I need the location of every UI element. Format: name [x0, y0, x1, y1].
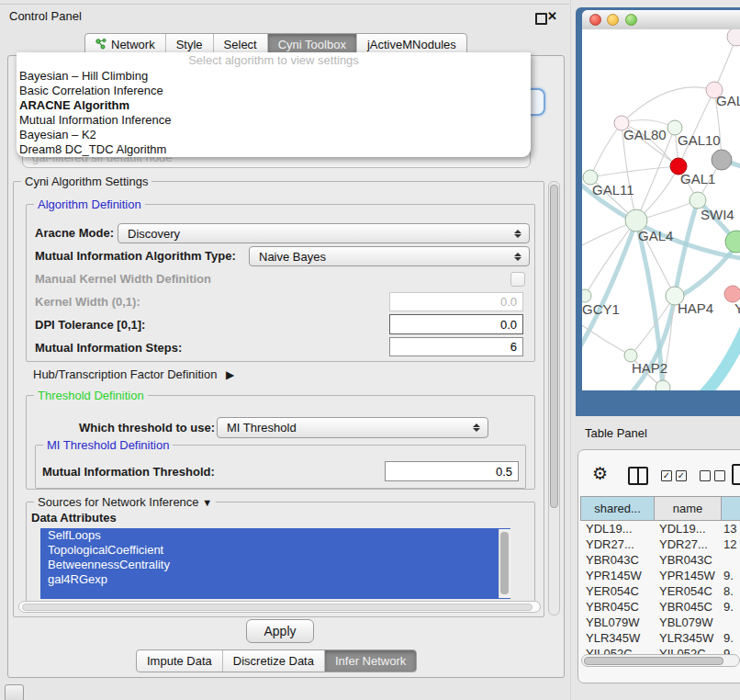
column-header-name[interactable]: name — [655, 497, 722, 520]
sources-group-title[interactable]: Sources for Network Inference ▼ — [34, 495, 216, 509]
zoom-button[interactable] — [625, 14, 637, 26]
table-cell: YDL19... — [654, 521, 721, 536]
table-cell: YDR27... — [654, 536, 721, 552]
aracne-mode-label: Aracne Mode: — [35, 226, 114, 240]
table-cell: YDR27... — [580, 536, 654, 552]
mi-threshold-field[interactable]: 0.5 — [385, 461, 519, 481]
hub-expander[interactable]: Hub/Transcription Factor Definition ▶ — [33, 367, 234, 381]
document-icon[interactable] — [732, 464, 740, 485]
algorithm-option-basic-correlation-inference[interactable]: Basic Correlation Inference — [17, 84, 531, 98]
table-header-row[interactable]: shared...nameA — [580, 496, 740, 521]
unchecked-checkbox-icon[interactable] — [700, 470, 711, 481]
data-attributes-list[interactable]: SelfLoopsTopologicalCoefficientBetweenne… — [40, 528, 510, 599]
table-row[interactable]: YER054CYER054C8. — [580, 583, 740, 599]
network-window-titlebar[interactable] — [582, 10, 740, 30]
table-cell: YBR045C — [654, 599, 721, 615]
algorithm-option-mutual-information-inference[interactable]: Mutual Information Inference — [17, 113, 531, 128]
table-cell: YBL079W — [654, 615, 721, 630]
table-row[interactable]: YBR045CYBR045C9. — [580, 599, 740, 615]
mi-type-combo[interactable]: Naive Bayes — [249, 246, 530, 266]
network-node-label: GCY1 — [582, 301, 620, 317]
table-horizontal-scrollbar-thumb[interactable] — [584, 657, 723, 665]
network-node-label: SWI4 — [701, 207, 734, 222]
table-row[interactable]: YPR145WYPR145W9. — [580, 568, 740, 583]
table-cell: YER054C — [580, 583, 654, 599]
attribute-item-betweennesscentrality[interactable]: BetweennessCentrality — [40, 558, 510, 572]
attribute-item-topologicalcoefficient[interactable]: TopologicalCoefficient — [40, 543, 510, 558]
apply-button[interactable]: Apply — [246, 619, 314, 643]
which-threshold-label: Which threshold to use: — [79, 421, 215, 435]
table-cell: 13 — [721, 521, 740, 536]
close-icon[interactable]: ✕ — [547, 9, 557, 23]
bottom-tabbar: Impute DataDiscretize DataInfer Network — [136, 649, 417, 672]
minimize-button[interactable] — [607, 14, 619, 26]
algorithm-option-dream8-dc-tdc-algorithm[interactable]: Dream8 DC_TDC Algorithm — [17, 142, 531, 157]
table-row[interactable]: YLR345WYLR345W9. — [580, 630, 740, 646]
table-cell: 8. — [721, 583, 740, 599]
gear-icon[interactable]: ⚙ — [592, 463, 608, 484]
table-cell: YPR145W — [580, 568, 654, 583]
checked-checkbox-icon[interactable]: ✓ — [676, 470, 687, 481]
mi-steps-field[interactable]: 6 — [389, 337, 523, 356]
hub-expander-label: Hub/Transcription Factor Definition — [33, 367, 217, 381]
algorithm-popup-hint: Select algorithm to view settings — [17, 52, 531, 69]
network-node[interactable] — [727, 29, 740, 46]
network-edge — [703, 329, 740, 390]
close-button[interactable] — [589, 14, 601, 26]
table-row[interactable]: YDL19...YDL19...13 — [580, 521, 740, 536]
network-node-label: GAL1 — [680, 171, 715, 186]
network-edge — [622, 87, 714, 123]
checked-checkbox-icon[interactable]: ✓ — [661, 470, 672, 481]
table-row[interactable]: YBL079WYBL079W — [580, 615, 740, 630]
network-window: GALGAL80GAL10GAL1GAL11SWI4GAL4GCY1HAP4YH… — [582, 10, 740, 390]
tab-infer-network[interactable]: Infer Network — [325, 650, 416, 672]
network-node-label: HAP4 — [678, 300, 713, 316]
algorithm-option-aracne-algorithm[interactable]: ARACNE Algorithm — [17, 98, 531, 113]
stepper-icon — [514, 230, 521, 238]
partial-button[interactable] — [5, 684, 24, 700]
mi-steps-label: Mutual Information Steps: — [35, 341, 182, 355]
unchecked-checkbox-icon[interactable] — [714, 470, 725, 481]
kernel-width-field[interactable]: 0.0 — [389, 292, 523, 311]
network-node-gcy1[interactable] — [582, 289, 591, 302]
manual-kernel-label: Manual Kernel Width Definition — [35, 272, 211, 286]
float-window-icon[interactable] — [535, 13, 547, 25]
algorithm-option-bayesian-hill-climbing[interactable]: Bayesian – Hill Climbing — [17, 69, 531, 84]
mi-type-label: Mutual Information Algorithm Type: — [35, 249, 236, 263]
column-header-shared[interactable]: shared... — [581, 497, 655, 520]
mi-type-value: Naive Bayes — [250, 250, 514, 264]
attribute-item[interactable] — [40, 587, 510, 599]
table-cell: 12 — [721, 536, 740, 552]
table-cell: YER054C — [654, 583, 721, 599]
algorithm-option-bayesian-k2[interactable]: Bayesian – K2 — [17, 128, 531, 142]
dpi-tolerance-field[interactable]: 0.0 — [389, 314, 523, 334]
kernel-width-label: Kernel Width (0,1): — [35, 295, 140, 309]
table-row[interactable]: YBR043CYBR043C — [580, 552, 740, 568]
tab-impute-data[interactable]: Impute Data — [137, 650, 223, 672]
network-node[interactable] — [656, 380, 670, 390]
attribute-item-gal4rgexp[interactable]: gal4RGexp — [40, 572, 510, 587]
tab-discretize-data[interactable]: Discretize Data — [223, 650, 325, 672]
attributes-list-scrollbar-thumb[interactable] — [500, 532, 509, 594]
which-threshold-combo[interactable]: MI Threshold — [217, 417, 488, 438]
attribute-item-selfloops[interactable]: SelfLoops — [40, 528, 510, 543]
settings-vertical-scrollbar-thumb[interactable] — [550, 185, 558, 508]
aracne-mode-combo[interactable]: Discovery — [118, 223, 530, 243]
manual-kernel-checkbox[interactable] — [510, 272, 525, 287]
column-header-a[interactable]: A — [722, 497, 740, 520]
network-node[interactable] — [712, 150, 732, 170]
split-columns-icon[interactable] — [628, 467, 648, 485]
network-edge — [590, 166, 678, 177]
table-cell: 9. — [721, 599, 740, 615]
data-attributes-label: Data Attributes — [31, 511, 117, 525]
tab-label: Impute Data — [147, 654, 212, 668]
network-node-label: GAL — [716, 93, 740, 108]
table-row[interactable]: YDR27...YDR27...12 — [580, 536, 740, 552]
tab-label: Infer Network — [335, 654, 406, 668]
panel-top-edge — [0, 4, 569, 5]
settings-horizontal-scrollbar-thumb[interactable] — [22, 604, 533, 611]
network-canvas[interactable]: GALGAL80GAL10GAL1GAL11SWI4GAL4GCY1HAP4YH… — [582, 29, 740, 390]
tab-label: jActiveMNodules — [367, 38, 456, 51]
table-body: YDL19...YDL19...13YDR27...YDR27...12YBR0… — [580, 521, 740, 661]
panel-divider — [570, 0, 571, 700]
